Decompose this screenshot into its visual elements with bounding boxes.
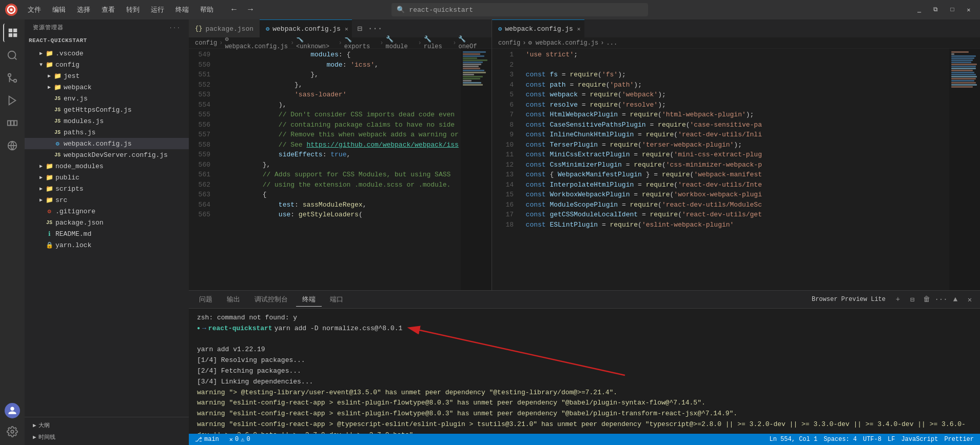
minimize-button[interactable]: ⎯ [912,4,927,15]
tab-webpack-config-left[interactable]: ⚙ webpack.config.js ✕ [260,19,352,37]
breadcrumb-rules[interactable]: 🔧 rules [424,35,451,50]
git-branch-item[interactable]: ⎇ main [193,434,221,445]
tree-item-webpack-folder[interactable]: ▶ 📁 webpack [25,82,189,93]
breadcrumb-exports[interactable]: 🔧 exports [344,35,378,50]
tree-item-package-json[interactable]: JS package.json [25,217,189,228]
back-button[interactable]: ← [227,3,241,17]
tree-item-modules-js[interactable]: JS modules.js [25,115,189,127]
svg-rect-8 [8,120,11,125]
tree-item-gethttps[interactable]: JS getHttpsConfig.js [25,104,189,115]
tab-close-right-button[interactable]: ✕ [576,25,582,33]
js-icon: JS [53,106,62,114]
user-avatar[interactable] [5,403,20,418]
breadcrumb-unknown[interactable]: 🔧 <unknown> [296,35,337,50]
tree-item-gitignore[interactable]: ⚙ .gitignore [25,206,189,217]
menu-view[interactable]: 查看 [96,3,120,16]
right-line-numbers: 1 2 3 4 5 6 7 8 9 10 11 12 13 14 [492,49,518,290]
tab-close-button[interactable]: ✕ [344,25,349,33]
restore2-button[interactable]: □ [945,4,959,15]
activity-extensions[interactable] [3,114,22,132]
restore-button[interactable]: ⧉ [929,4,943,15]
breadcrumb-oneof[interactable]: 🔧 oneOf [458,35,485,50]
forward-button[interactable]: → [243,3,258,17]
more-tabs-button[interactable]: ··· [367,19,383,37]
cursor-pos-item[interactable]: Ln 554, Col 1 [768,436,820,443]
tree-item-public[interactable]: ▶ 📁 public [25,172,189,183]
term-warning-1: warning "> @testing-library/user-event@1… [197,388,972,398]
tree-item-label: README.md [55,230,189,238]
indentation-item[interactable]: Spaces: 4 [821,436,859,443]
tree-item-env-js[interactable]: JS env.js [25,93,189,104]
git-branch-icon: ⎇ [195,436,202,443]
right-breadcrumb: config › ⚙ webpack.config.js › ... [492,37,980,49]
menu-select[interactable]: 选择 [72,3,95,16]
tree-item-jest[interactable]: ▶ 📁 jest [25,70,189,82]
tab-package-json[interactable]: {} package.json [189,19,260,37]
encoding-item[interactable]: UTF-8 [861,436,884,443]
activity-settings[interactable] [3,422,22,441]
tree-item-vscode[interactable]: ▶ 📁 .vscode [25,48,189,59]
errors-item[interactable]: ✕ 0 ⚠ 0 [227,434,252,445]
global-search[interactable]: 🔍 react-quickstart [391,3,648,16]
menu-file[interactable]: 文件 [23,3,46,16]
activity-search[interactable] [3,46,22,65]
tree-item-config[interactable]: ▼ 📁 config [25,59,189,70]
breadcrumb-module[interactable]: 🔧 module [386,35,416,50]
terminal-kill-button[interactable]: 🗑 [920,293,933,306]
eol-item[interactable]: LF [886,436,897,443]
formatter-item[interactable]: Prettier [942,436,976,443]
activity-remote[interactable] [3,136,22,155]
right-line-16: const ModuleScopePlugin = require('react… [518,200,949,210]
app-logo[interactable] [4,3,18,17]
menu-edit[interactable]: 编辑 [47,3,71,16]
sidebar-outline[interactable]: ▶ 大纲 [25,419,189,431]
terminal-more-button[interactable]: ··· [935,293,947,306]
tree-item-paths-js[interactable]: JS paths.js [25,127,189,138]
breadcrumb-config[interactable]: config [195,39,217,47]
tree-item-src[interactable]: ▶ 📁 src [25,194,189,206]
tab-webpack-config-right[interactable]: ⚙ webpack.config.js ✕ [492,19,584,37]
close-button[interactable]: ✕ [962,4,976,15]
activity-explorer[interactable] [3,24,22,42]
language-item[interactable]: JavaScript [899,436,940,443]
terminal-tab-output[interactable]: 输出 [221,293,246,307]
menu-help[interactable]: 帮助 [195,3,219,16]
breadcrumb-file[interactable]: ⚙ webpack.config.js [225,35,288,50]
activity-source-control[interactable] [3,69,22,87]
breadcrumb-config-right[interactable]: config [498,39,520,47]
terminal-tab-ports[interactable]: 端口 [324,293,349,307]
menu-terminal[interactable]: 终端 [170,3,194,16]
language-label: JavaScript [901,436,938,443]
sidebar-more-button[interactable]: ··· [169,25,181,31]
tree-item-webpack-config[interactable]: ⚙ webpack.config.js [25,138,189,149]
terminal-split-button[interactable]: ⊟ [906,293,918,306]
tree-item-webpack-dev[interactable]: JS webpackDevServer.config.js [25,149,189,160]
warning-count: 0 [246,436,250,443]
terminal-maximize-button[interactable]: ▲ [949,293,962,306]
tree-item-label: modules.js [64,117,189,125]
terminal-tab-debug[interactable]: 调试控制台 [248,293,294,307]
menu-run[interactable]: 运行 [146,3,169,16]
sidebar-title: 资源管理器 [33,24,64,31]
split-editor-button[interactable]: ⊟ [352,19,367,37]
editor-area: {} package.json ⚙ webpack.config.js ✕ ⊟ … [189,19,980,445]
tab-label: webpack.config.js [272,25,341,33]
terminal-add-button[interactable]: + [892,293,904,306]
breadcrumb-sep: › [600,39,604,47]
menu-goto[interactable]: 转到 [121,3,145,16]
terminal-tab-problems[interactable]: 问题 [193,293,219,307]
folder-icon: 📁 [45,162,53,170]
breadcrumb-file-right[interactable]: ⚙ webpack.config.js [528,39,598,47]
tree-item-readme[interactable]: ℹ README.md [25,228,189,239]
tree-item-yarn-lock[interactable]: 🔒 yarn.lock [25,239,189,251]
terminal-tab-terminal[interactable]: 终端 [296,293,322,307]
sidebar-timeline[interactable]: ▶ 时间线 [25,431,189,443]
term-step-3: [3/4] Linking dependencies... [197,377,972,388]
tree-item-scripts[interactable]: ▶ 📁 scripts [25,183,189,194]
tree-item-node-modules[interactable]: ▶ 📁 node_modules [25,160,189,172]
breadcrumb-dots-right[interactable]: ... [606,39,617,47]
activity-run[interactable] [3,91,22,110]
terminal-close-button[interactable]: ✕ [964,293,976,306]
project-root[interactable]: REACT-QUICKSTART [25,35,189,46]
terminal-content[interactable]: zsh: command not found: y ● → react-quic… [189,309,980,434]
